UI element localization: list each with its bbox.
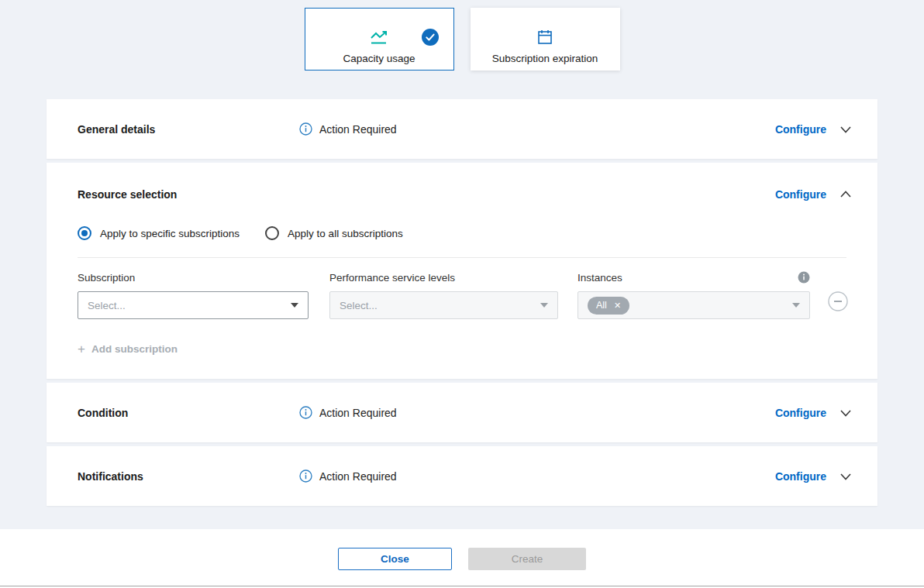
chevron-down-icon bbox=[291, 303, 298, 308]
chevron-down-icon[interactable] bbox=[837, 121, 854, 138]
subscription-expiration-card[interactable]: Subscription expiration bbox=[471, 8, 620, 70]
capacity-usage-chart-icon bbox=[369, 29, 389, 46]
selected-tag: All ✕ bbox=[588, 297, 629, 315]
radio-all-subscriptions[interactable]: Apply to all subscriptions bbox=[265, 226, 403, 240]
configure-resource-link[interactable]: Configure bbox=[775, 188, 826, 201]
section-notifications: Notifications Action Required Configure bbox=[47, 446, 877, 506]
chevron-down-icon[interactable] bbox=[837, 404, 854, 421]
section-general-details: General details Action Required Configur… bbox=[47, 99, 877, 159]
radio-checked-icon bbox=[78, 226, 91, 240]
subscription-placeholder: Select... bbox=[88, 300, 126, 311]
create-alert-page: Capacity usage Subscription expiration G… bbox=[0, 0, 924, 588]
configure-notifications-link[interactable]: Configure bbox=[775, 470, 826, 483]
bottom-divider bbox=[0, 586, 924, 586]
performance-levels-select[interactable]: Select... bbox=[329, 291, 558, 319]
instances-label-row: Instances bbox=[578, 271, 810, 284]
section-resource-selection: Resource selection Configure Apply to sp… bbox=[47, 163, 877, 379]
capacity-usage-card[interactable]: Capacity usage bbox=[305, 8, 454, 70]
section-condition: Condition Action Required Configure bbox=[47, 383, 877, 442]
section-title-notifications: Notifications bbox=[78, 470, 299, 483]
instances-select[interactable]: All ✕ bbox=[578, 291, 810, 319]
status-action-required: Action Required bbox=[299, 406, 397, 419]
info-icon bbox=[299, 469, 312, 483]
radio-specific-subscriptions[interactable]: Apply to specific subscriptions bbox=[78, 226, 240, 240]
divider bbox=[78, 257, 846, 258]
footer-bar: Close Create bbox=[0, 529, 924, 588]
radio-unchecked-icon bbox=[265, 226, 279, 240]
info-icon bbox=[798, 271, 810, 284]
calendar-icon bbox=[536, 29, 553, 46]
status-text: Action Required bbox=[319, 407, 397, 419]
chevron-down-icon bbox=[792, 303, 800, 308]
info-icon bbox=[299, 406, 312, 419]
section-title-resource: Resource selection bbox=[78, 188, 299, 201]
section-title-general: General details bbox=[78, 123, 299, 136]
status-text: Action Required bbox=[319, 123, 397, 136]
chevron-down-icon bbox=[540, 303, 548, 308]
alert-type-selector: Capacity usage Subscription expiration bbox=[0, 0, 924, 70]
subscription-select[interactable]: Select... bbox=[78, 291, 309, 319]
tag-label: All bbox=[596, 300, 607, 311]
subscription-row: Subscription Select... Performance servi… bbox=[47, 271, 877, 319]
remove-tag-icon[interactable]: ✕ bbox=[614, 301, 621, 310]
subscription-label: Subscription bbox=[78, 271, 309, 284]
add-subscription-label: Add subscription bbox=[91, 343, 178, 355]
close-button[interactable]: Close bbox=[338, 548, 452, 570]
alert-config-sections: General details Action Required Configur… bbox=[0, 99, 924, 506]
selected-check-icon bbox=[422, 29, 439, 46]
status-action-required: Action Required bbox=[299, 122, 397, 136]
status-text: Action Required bbox=[319, 470, 397, 483]
plus-icon: + bbox=[78, 342, 85, 356]
instances-label: Instances bbox=[578, 272, 622, 284]
subscription-expiration-label: Subscription expiration bbox=[492, 53, 598, 64]
chevron-up-icon[interactable] bbox=[837, 186, 854, 203]
performance-placeholder: Select... bbox=[340, 300, 378, 311]
info-icon bbox=[299, 122, 312, 136]
create-button[interactable]: Create bbox=[468, 548, 586, 570]
radio-specific-label: Apply to specific subscriptions bbox=[100, 228, 240, 239]
performance-levels-label: Performance service levels bbox=[329, 271, 558, 284]
chevron-down-icon[interactable] bbox=[837, 468, 854, 485]
status-action-required: Action Required bbox=[299, 469, 397, 483]
configure-condition-link[interactable]: Configure bbox=[775, 407, 826, 419]
remove-row-button[interactable] bbox=[828, 291, 848, 311]
scope-radio-group: Apply to specific subscriptions Apply to… bbox=[47, 226, 877, 240]
capacity-usage-label: Capacity usage bbox=[343, 53, 415, 64]
configure-general-link[interactable]: Configure bbox=[775, 123, 826, 136]
radio-all-label: Apply to all subscriptions bbox=[288, 228, 403, 239]
add-subscription-button[interactable]: + Add subscription bbox=[47, 342, 877, 356]
section-title-condition: Condition bbox=[78, 407, 299, 419]
